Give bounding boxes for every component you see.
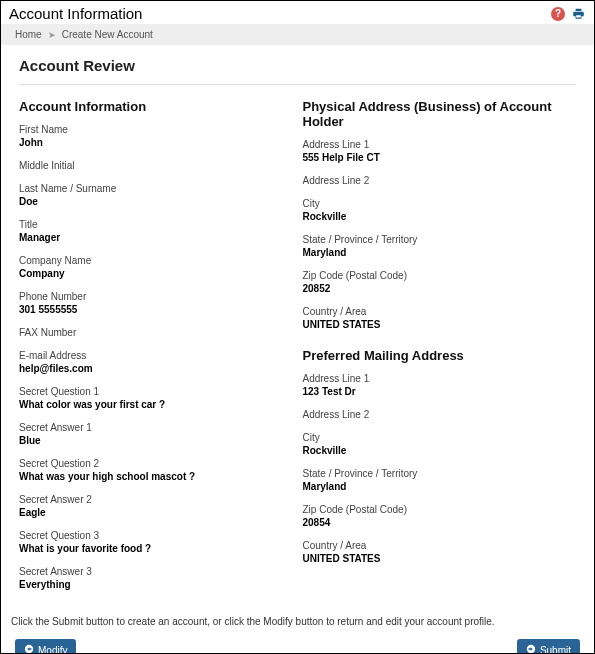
- mail-addr1-value: 123 Test Dr: [303, 386, 577, 397]
- phys-addr1-value: 555 Help File CT: [303, 152, 577, 163]
- title-value: Manager: [19, 232, 293, 243]
- phys-state-value: Maryland: [303, 247, 577, 258]
- header-title: Account Information: [9, 5, 551, 22]
- print-icon[interactable]: [571, 7, 586, 21]
- phys-state-label: State / Province / Territory: [303, 234, 577, 245]
- breadcrumb-current: Create New Account: [62, 29, 153, 40]
- middle-initial-label: Middle Initial: [19, 160, 293, 171]
- fax-label: FAX Number: [19, 327, 293, 338]
- divider: [19, 84, 576, 85]
- company-value: Company: [19, 268, 293, 279]
- company-label: Company Name: [19, 255, 293, 266]
- arrow-right-icon: [526, 644, 536, 654]
- breadcrumb-home[interactable]: Home: [15, 29, 42, 40]
- mail-state-value: Maryland: [303, 481, 577, 492]
- phys-country-value: UNITED STATES: [303, 319, 577, 330]
- phone-value: 301 5555555: [19, 304, 293, 315]
- title-label: Title: [19, 219, 293, 230]
- physical-heading: Physical Address (Business) of Account H…: [303, 99, 577, 129]
- submit-button-label: Submit: [540, 645, 571, 655]
- page-title: Account Review: [19, 57, 576, 74]
- mail-zip-value: 20854: [303, 517, 577, 528]
- address-section: Physical Address (Business) of Account H…: [303, 99, 577, 602]
- mail-zip-label: Zip Code (Postal Code): [303, 504, 577, 515]
- phys-addr2-label: Address Line 2: [303, 175, 577, 186]
- mail-addr1-label: Address Line 1: [303, 373, 577, 384]
- sa1-label: Secret Answer 1: [19, 422, 293, 433]
- breadcrumb: Home ➤ Create New Account: [1, 24, 594, 45]
- modify-button-label: Modify: [38, 645, 67, 655]
- phys-city-label: City: [303, 198, 577, 209]
- sq1-label: Secret Question 1: [19, 386, 293, 397]
- phys-zip-value: 20852: [303, 283, 577, 294]
- sq3-label: Secret Question 3: [19, 530, 293, 541]
- header-actions: ?: [551, 7, 586, 21]
- sa3-label: Secret Answer 3: [19, 566, 293, 577]
- phys-city-value: Rockville: [303, 211, 577, 222]
- account-info-heading: Account Information: [19, 99, 293, 114]
- instruction-text: Click the Submit button to create an acc…: [1, 610, 594, 635]
- sq2-label: Secret Question 2: [19, 458, 293, 469]
- modify-button[interactable]: Modify: [15, 639, 76, 654]
- mail-city-label: City: [303, 432, 577, 443]
- sa2-value: Eagle: [19, 507, 293, 518]
- first-name-label: First Name: [19, 124, 293, 135]
- app-window: Account Information ? Home ➤ Create New …: [0, 0, 595, 654]
- phys-zip-label: Zip Code (Postal Code): [303, 270, 577, 281]
- mail-city-value: Rockville: [303, 445, 577, 456]
- chevron-right-icon: ➤: [48, 30, 56, 40]
- mail-country-value: UNITED STATES: [303, 553, 577, 564]
- columns: Account Information First NameJohn Middl…: [19, 99, 576, 602]
- mail-state-label: State / Province / Territory: [303, 468, 577, 479]
- email-value: help@files.com: [19, 363, 293, 374]
- mail-country-label: Country / Area: [303, 540, 577, 551]
- sa2-label: Secret Answer 2: [19, 494, 293, 505]
- sq1-value: What color was your first car ?: [19, 399, 293, 410]
- help-icon[interactable]: ?: [551, 7, 565, 21]
- content: Account Review Account Information First…: [1, 45, 594, 610]
- mailing-heading: Preferred Mailing Address: [303, 348, 577, 363]
- account-info-section: Account Information First NameJohn Middl…: [19, 99, 293, 602]
- phys-addr1-label: Address Line 1: [303, 139, 577, 150]
- phys-country-label: Country / Area: [303, 306, 577, 317]
- first-name-value: John: [19, 137, 293, 148]
- header: Account Information ?: [1, 1, 594, 24]
- sq2-value: What was your high school mascot ?: [19, 471, 293, 482]
- button-row: Modify Submit: [1, 635, 594, 654]
- email-label: E-mail Address: [19, 350, 293, 361]
- last-name-value: Doe: [19, 196, 293, 207]
- arrow-left-icon: [24, 644, 34, 654]
- last-name-label: Last Name / Surname: [19, 183, 293, 194]
- mail-addr2-label: Address Line 2: [303, 409, 577, 420]
- sa1-value: Blue: [19, 435, 293, 446]
- phone-label: Phone Number: [19, 291, 293, 302]
- submit-button[interactable]: Submit: [517, 639, 580, 654]
- sq3-value: What is your favorite food ?: [19, 543, 293, 554]
- sa3-value: Everything: [19, 579, 293, 590]
